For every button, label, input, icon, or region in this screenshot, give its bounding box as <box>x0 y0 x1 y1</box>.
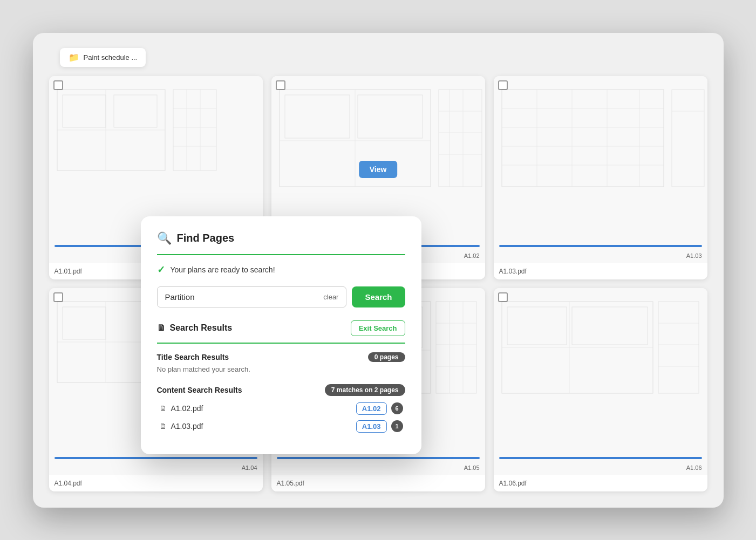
file-name-text-1: A1.02.pdf <box>171 404 203 413</box>
search-icon: 🔍 <box>157 231 172 245</box>
search-button[interactable]: Search <box>352 286 405 307</box>
find-pages-modal: 🔍 Find Pages ✓ Your plans are ready to s… <box>141 216 421 454</box>
results-doc-icon: 🗎 <box>157 323 166 333</box>
content-matches-badge: 7 matches on 2 pages <box>325 384 405 396</box>
title-results-label: Title Search Results <box>157 353 229 361</box>
main-screen: 📁 Paint schedule ... <box>33 33 724 508</box>
search-row: clear Search <box>157 286 405 307</box>
file-icon-1: 🗎 <box>159 404 167 413</box>
modal-title: 🔍 Find Pages <box>157 231 405 245</box>
modal-overlay: 🔍 Find Pages ✓ Your plans are ready to s… <box>33 33 724 508</box>
results-title-text: Search Results <box>170 323 233 333</box>
content-results-row: Content Search Results 7 matches on 2 pa… <box>157 384 405 396</box>
file-chip-1[interactable]: A1.02 <box>356 402 387 415</box>
ready-row: ✓ Your plans are ready to search! <box>157 264 405 276</box>
file-right-2: A1.03 1 <box>356 420 403 433</box>
file-name-2: 🗎 A1.03.pdf <box>159 422 203 430</box>
count-badge-2: 1 <box>391 420 403 432</box>
results-divider <box>157 343 405 344</box>
ready-message: Your plans are ready to search! <box>171 265 275 274</box>
file-result-row-1: 🗎 A1.02.pdf A1.02 6 <box>157 402 405 415</box>
count-badge-1: 6 <box>391 402 403 414</box>
search-input-wrap: clear <box>157 286 347 307</box>
check-icon: ✓ <box>157 264 165 276</box>
file-chip-2[interactable]: A1.03 <box>356 420 387 433</box>
no-match-text: No plan matched your search. <box>157 365 405 373</box>
search-input[interactable] <box>165 292 319 302</box>
file-name-text-2: A1.03.pdf <box>171 422 203 430</box>
content-results-label: Content Search Results <box>157 386 242 394</box>
file-name-1: 🗎 A1.02.pdf <box>159 404 203 413</box>
exit-search-button[interactable]: Exit Search <box>351 320 405 336</box>
results-title: 🗎 Search Results <box>157 323 233 333</box>
file-result-row-2: 🗎 A1.03.pdf A1.03 1 <box>157 420 405 433</box>
modal-title-text: Find Pages <box>177 232 235 244</box>
file-icon-2: 🗎 <box>159 422 167 430</box>
file-right-1: A1.02 6 <box>356 402 403 415</box>
results-header: 🗎 Search Results Exit Search <box>157 320 405 336</box>
clear-button[interactable]: clear <box>323 293 338 301</box>
title-results-badge: 0 pages <box>368 352 405 362</box>
modal-title-divider <box>157 254 405 255</box>
title-results-row: Title Search Results 0 pages <box>157 352 405 362</box>
